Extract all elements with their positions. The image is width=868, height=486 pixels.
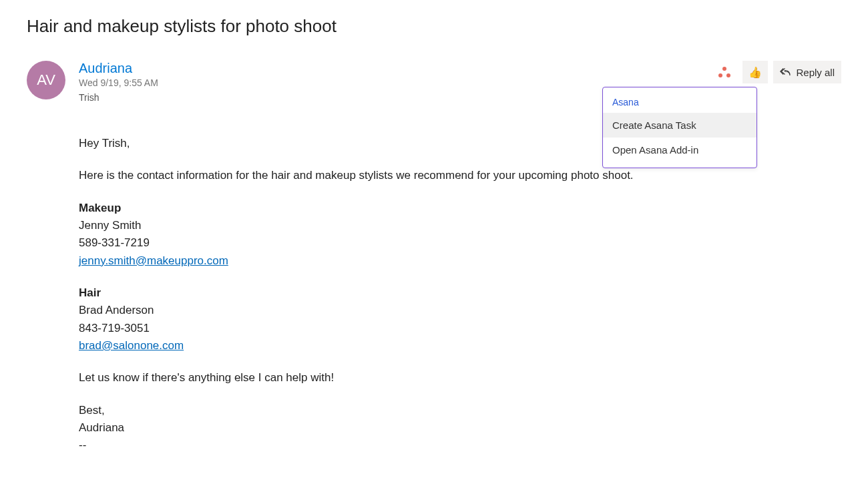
- asana-dropdown-item-open[interactable]: Open Asana Add-in: [603, 138, 756, 162]
- signature-sep: --: [79, 437, 841, 454]
- action-bar: 👍 Reply all: [712, 61, 841, 83]
- email-subject: Hair and makeup stylists for photo shoot: [27, 16, 841, 37]
- reply-all-button[interactable]: Reply all: [773, 61, 841, 83]
- email-body: Hey Trish, Here is the contact informati…: [79, 135, 841, 455]
- hair-contact-name: Brad Anderson: [79, 302, 841, 319]
- like-icon: 👍: [748, 66, 762, 79]
- makeup-section: Makeup Jenny Smith 589-331-7219 jenny.sm…: [79, 200, 841, 270]
- hair-contact-phone: 843-719-3051: [79, 320, 841, 337]
- asana-dropdown-title: Asana: [603, 93, 756, 113]
- avatar[interactable]: AV: [27, 61, 65, 99]
- signature-name: Audriana: [79, 419, 841, 437]
- asana-icon: [718, 67, 730, 77]
- body-intro: Here is the contact information for the …: [79, 167, 841, 184]
- makeup-contact-email[interactable]: jenny.smith@makeuppro.com: [79, 254, 228, 267]
- hair-section: Hair Brad Anderson 843-719-3051 brad@sal…: [79, 284, 841, 354]
- signoff: Best,: [79, 402, 841, 419]
- signoff-block: Best, Audriana --: [79, 402, 841, 455]
- sender-name[interactable]: Audriana: [79, 61, 712, 76]
- makeup-contact-name: Jenny Smith: [79, 217, 841, 234]
- body-closing: Let us know if there's anything else I c…: [79, 369, 841, 387]
- asana-button[interactable]: [712, 61, 737, 83]
- asana-dropdown: Asana Create Asana Task Open Asana Add-i…: [602, 87, 757, 168]
- hair-heading: Hair: [79, 284, 841, 302]
- hair-contact-email[interactable]: brad@salonone.com: [79, 339, 184, 352]
- like-button[interactable]: 👍: [742, 61, 768, 83]
- reply-all-icon: [780, 66, 792, 79]
- reply-all-label: Reply all: [796, 67, 835, 78]
- makeup-heading: Makeup: [79, 200, 841, 217]
- asana-dropdown-item-create[interactable]: Create Asana Task: [603, 113, 756, 138]
- makeup-contact-phone: 589-331-7219: [79, 234, 841, 252]
